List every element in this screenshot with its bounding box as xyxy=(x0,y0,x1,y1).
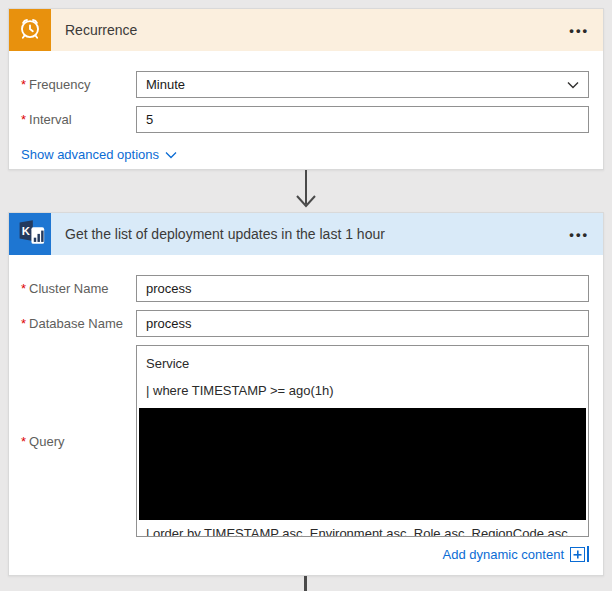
kusto-card-title: Get the list of deployment updates in th… xyxy=(51,226,555,242)
interval-input[interactable] xyxy=(136,106,589,133)
kusto-card-body: *Cluster Name *Database Name *Query Serv… xyxy=(9,255,603,562)
svg-text:K: K xyxy=(22,225,31,237)
database-name-label: *Database Name xyxy=(21,316,136,331)
add-dynamic-content-link[interactable]: Add dynamic content xyxy=(443,547,564,562)
query-input[interactable]: Service | where TIMESTAMP >= ago(1h) | o… xyxy=(136,345,589,537)
database-name-input[interactable] xyxy=(136,310,589,337)
recurrence-menu-button[interactable]: ••• xyxy=(555,19,603,42)
frequency-dropdown[interactable]: Minute xyxy=(136,71,589,98)
flow-connector-arrow[interactable] xyxy=(0,170,612,212)
plus-icon[interactable] xyxy=(570,547,585,562)
cluster-name-label: *Cluster Name xyxy=(21,281,136,296)
frequency-label: *Frequency xyxy=(21,77,136,92)
required-marker: * xyxy=(21,281,26,296)
redacted-query-block xyxy=(139,408,586,520)
insert-caret-bar xyxy=(587,546,589,562)
query-line-2: | where TIMESTAMP >= ago(1h) xyxy=(137,377,588,404)
recurrence-card-header[interactable]: Recurrence ••• xyxy=(9,9,603,51)
chevron-down-icon xyxy=(567,77,579,92)
required-marker: * xyxy=(21,112,26,127)
show-advanced-options-link[interactable]: Show advanced options xyxy=(21,147,177,162)
chevron-down-icon xyxy=(165,147,177,162)
frequency-row: *Frequency Minute xyxy=(21,71,589,98)
alarm-clock-icon xyxy=(17,15,43,45)
kusto-icon-tile: K xyxy=(9,213,51,255)
kusto-connector-icon: K xyxy=(13,215,47,253)
flow-connector-stub[interactable] xyxy=(304,576,307,591)
recurrence-card-body: *Frequency Minute *Interval Show advance… xyxy=(9,51,603,163)
cluster-name-input[interactable] xyxy=(136,275,589,302)
frequency-value: Minute xyxy=(146,77,567,92)
recurrence-card: Recurrence ••• *Frequency Minute *Interv… xyxy=(8,8,604,170)
query-line-1: Service xyxy=(137,346,588,377)
interval-label: *Interval xyxy=(21,112,136,127)
query-order-by-line: | order by TIMESTAMP asc, Environment as… xyxy=(137,522,588,537)
required-marker: * xyxy=(21,77,26,92)
query-row: *Query Service | where TIMESTAMP >= ago(… xyxy=(21,345,589,537)
recurrence-icon-tile xyxy=(9,9,51,51)
kusto-action-card: K Get the list of deployment updates in … xyxy=(8,212,604,576)
advanced-options-row: Show advanced options xyxy=(21,145,589,163)
query-label: *Query xyxy=(21,434,136,449)
cluster-name-row: *Cluster Name xyxy=(21,275,589,302)
add-dynamic-content-row: Add dynamic content xyxy=(21,546,589,562)
required-marker: * xyxy=(21,316,26,331)
database-name-row: *Database Name xyxy=(21,310,589,337)
recurrence-card-title: Recurrence xyxy=(51,22,555,38)
kusto-card-header[interactable]: K Get the list of deployment updates in … xyxy=(9,213,603,255)
interval-row: *Interval xyxy=(21,106,589,133)
kusto-menu-button[interactable]: ••• xyxy=(555,223,603,246)
required-marker: * xyxy=(21,434,26,449)
